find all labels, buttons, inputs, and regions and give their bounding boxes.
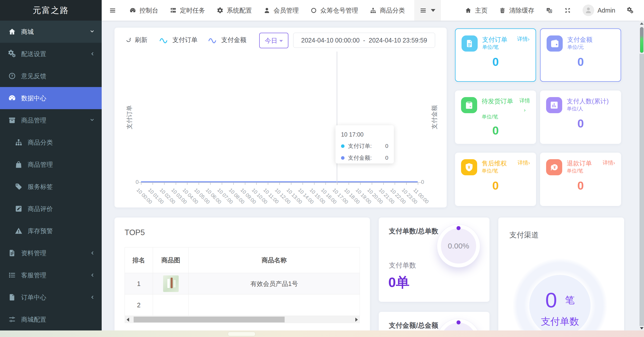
legend-item-1[interactable]: 支付金额 xyxy=(208,36,246,44)
stat-title: 待发货订单 xyxy=(482,97,519,105)
nav-menu: 控制台定时任务系统配置会员管理众筹仓号管理商品分类 xyxy=(124,0,411,21)
file-text-icon xyxy=(8,249,16,257)
vertical-scrollbar-thumb[interactable] xyxy=(640,27,643,53)
top5-title: TOP5 xyxy=(125,228,145,237)
image-cell xyxy=(153,273,189,294)
nav-link-home[interactable]: 主页 xyxy=(459,0,493,21)
sidebar-item-label: 资料管理 xyxy=(21,249,89,257)
chart-tooltip: 10 17:00 支付订单:0支付金额:0 xyxy=(335,125,394,163)
top-navbar: 控制台定时任务系统配置会员管理众筹仓号管理商品分类 主页清除缓存文AAdmin xyxy=(102,0,644,21)
panel-title: 支付渠道 xyxy=(509,230,539,240)
sidebar-item-feedback[interactable]: ?意见反馈 xyxy=(0,65,102,87)
user-menu[interactable]: Admin xyxy=(577,0,621,21)
gauge-dot xyxy=(457,226,461,230)
username: Admin xyxy=(597,7,615,14)
home-icon xyxy=(465,7,472,14)
tabs-dropdown-button[interactable] xyxy=(414,0,441,21)
sidebar-item-mall-config[interactable]: 商城配置 xyxy=(0,308,102,330)
period-select-button[interactable]: 今日 xyxy=(259,33,288,48)
stat-card-refund-orders: ¥退款订单详情›单位/笔0 xyxy=(540,153,621,206)
table-row: 2 xyxy=(125,294,360,316)
sidebar-item-label: 库存预警 xyxy=(28,227,95,235)
y-axis-right-tick: 0 xyxy=(421,179,424,185)
sidebar-item-order-center[interactable]: 订单中心 xyxy=(0,286,102,308)
stat-unit: 单位/笔 xyxy=(482,114,498,119)
scroll-down-button[interactable] xyxy=(639,326,644,330)
series-dot-icon xyxy=(341,144,345,148)
stat-value: 0 xyxy=(546,179,615,192)
question-icon: ? xyxy=(8,72,16,80)
page-vertical-scrollbar[interactable] xyxy=(639,21,644,330)
sidebar-item-delivery-settings[interactable]: 配送设置 xyxy=(0,43,102,65)
sidebar-item-mall[interactable]: 商城 xyxy=(0,21,102,43)
payment-channel-panel: 支付渠道 0 笔 支付单数 xyxy=(498,218,624,330)
stat-card-paying-users-total: 支付人数(累计)单位/人0 xyxy=(540,91,621,144)
gauge-ring xyxy=(437,319,480,330)
expand-icon xyxy=(564,7,571,14)
app-logo: 元富之路 xyxy=(0,0,102,21)
sidebar-item-service-tags[interactable]: 服务标签 xyxy=(0,176,102,198)
chevron-left-icon xyxy=(89,294,95,300)
settings-button[interactable] xyxy=(621,0,639,21)
chevron-down-icon xyxy=(89,117,95,123)
page-horizontal-scrollbar[interactable] xyxy=(0,330,644,337)
nav-tab-product-category[interactable]: 商品分类 xyxy=(364,0,411,21)
detail-link[interactable]: 详情› xyxy=(519,97,530,113)
dashboard-icon xyxy=(129,7,136,14)
language-button[interactable]: 文A xyxy=(540,0,558,21)
sidebar-item-data-center[interactable]: 数据中心 xyxy=(0,87,102,109)
chart-legend: 支付订单支付金额 xyxy=(159,36,246,44)
nav-tab-member-management[interactable]: 会员管理 xyxy=(258,0,305,21)
circle-icon xyxy=(310,7,317,14)
channel-value: 0 xyxy=(545,289,557,311)
tooltip-row: 支付订单:0 xyxy=(341,142,388,150)
nav-tab-console[interactable]: 控制台 xyxy=(124,0,164,21)
wave-icon xyxy=(208,37,219,43)
refresh-button[interactable]: 刷新 xyxy=(125,36,147,44)
detail-link[interactable]: 详情› xyxy=(517,35,529,42)
detail-link[interactable]: 详情› xyxy=(603,159,615,166)
sidebar-item-product-management-sub[interactable]: 商品管理 xyxy=(0,153,102,176)
sidebar-item-inventory-warning[interactable]: 库存预警 xyxy=(0,220,102,242)
scroll-up-button[interactable] xyxy=(639,21,644,26)
doc-icon xyxy=(462,35,478,52)
sidebar-item-customer-service[interactable]: 客服管理 xyxy=(0,264,102,286)
bars-icon xyxy=(109,7,116,14)
nav-tab-crowdfunding-warehouse[interactable]: 众筹仓号管理 xyxy=(305,0,364,21)
detail-link[interactable]: 详情› xyxy=(518,159,530,166)
sidebar-item-product-management[interactable]: 商品管理 xyxy=(0,109,102,131)
legend-item-0[interactable]: 支付订单 xyxy=(159,36,198,44)
table-header-row: 排名商品图商品名称 xyxy=(125,247,360,273)
archive-icon xyxy=(8,116,16,124)
sidebar: 元富之路 商城配送设置?意见反馈数据中心商品管理商品分类商品管理服务标签商品评价… xyxy=(0,0,102,330)
nav-tab-scheduled-tasks[interactable]: 定时任务 xyxy=(164,0,211,21)
sidebar-item-data-management[interactable]: 资料管理 xyxy=(0,242,102,264)
sidebar-toggle-button[interactable] xyxy=(102,0,124,21)
column-header: 排名 xyxy=(125,247,153,273)
horizontal-scrollbar-thumb[interactable] xyxy=(228,332,255,336)
stat-title: 售后维权 xyxy=(482,159,518,167)
metric-label: 支付单数 xyxy=(389,261,416,270)
sitemap-icon xyxy=(15,138,23,146)
nav-tab-system-config[interactable]: 系统配置 xyxy=(211,0,258,21)
scrollbar-thumb[interactable] xyxy=(134,317,285,322)
stat-unit: 单位/笔 xyxy=(567,168,583,174)
table-horizontal-scrollbar[interactable] xyxy=(125,316,360,323)
tooltip-title: 10 17:00 xyxy=(341,131,388,138)
stat-title: 支付人数(累计) xyxy=(567,97,615,105)
nav-link-clear-cache[interactable]: 清除缓存 xyxy=(493,0,540,21)
panel-title: 支付单数/总单数 xyxy=(389,227,438,236)
column-header: 商品名称 xyxy=(189,247,360,273)
caret-down-icon xyxy=(431,9,435,12)
gauge-dot xyxy=(457,320,461,324)
scroll-left-button[interactable] xyxy=(125,316,131,323)
date-range-input[interactable]: 2024-04-10 00:00:00 - 2024-04-10 23:59:5… xyxy=(293,33,435,48)
trash-icon xyxy=(499,7,506,14)
fullscreen-button[interactable] xyxy=(558,0,577,21)
scroll-right-button[interactable] xyxy=(353,316,360,323)
sidebar-item-product-category[interactable]: 商品分类 xyxy=(0,131,102,153)
sidebar-item-product-reviews[interactable]: 商品评价 xyxy=(0,198,102,220)
metric-value: 0单 xyxy=(388,273,409,292)
sidebar-item-label: 商城配置 xyxy=(21,315,95,324)
y-axis-right-title: 支付金额 xyxy=(430,101,438,134)
